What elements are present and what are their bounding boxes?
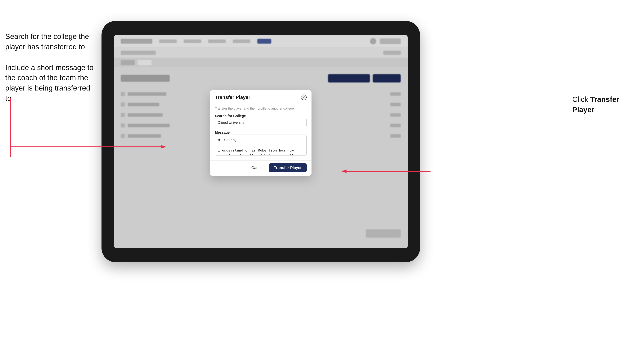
annotation-text-message: Include a short message to the coach of …	[5, 63, 96, 104]
transfer-player-button[interactable]: Transfer Player	[269, 163, 306, 172]
annotation-text-search: Search for the college the player has tr…	[5, 31, 96, 52]
annotation-text-click: Click Transfer Player	[572, 94, 639, 115]
modal-title: Transfer Player	[215, 95, 250, 100]
modal-footer: Cancel Transfer Player	[210, 161, 312, 176]
message-textarea[interactable]: Hi Coach, I understand Chris Robertson h…	[215, 135, 306, 156]
modal-header: Transfer Player ×	[210, 90, 312, 103]
message-field-label: Message	[215, 131, 230, 134]
cancel-button[interactable]: Cancel	[249, 164, 266, 172]
tablet-screen: Transfer Player × Transfer the player an…	[114, 35, 408, 248]
annotation-right: Click Transfer Player	[572, 94, 639, 115]
college-field-label: Search for College	[215, 114, 246, 118]
modal-body: Transfer the player and their profile to…	[210, 103, 312, 161]
transfer-player-modal: Transfer Player × Transfer the player an…	[210, 90, 312, 176]
modal-close-button[interactable]: ×	[301, 95, 306, 100]
college-search-input[interactable]	[215, 118, 306, 127]
modal-subtitle: Transfer the player and their profile to…	[215, 107, 306, 110]
annotation-left: Search for the college the player has tr…	[5, 31, 96, 114]
modal-overlay: Transfer Player × Transfer the player an…	[114, 35, 408, 248]
tablet-frame: Transfer Player × Transfer the player an…	[102, 21, 420, 262]
